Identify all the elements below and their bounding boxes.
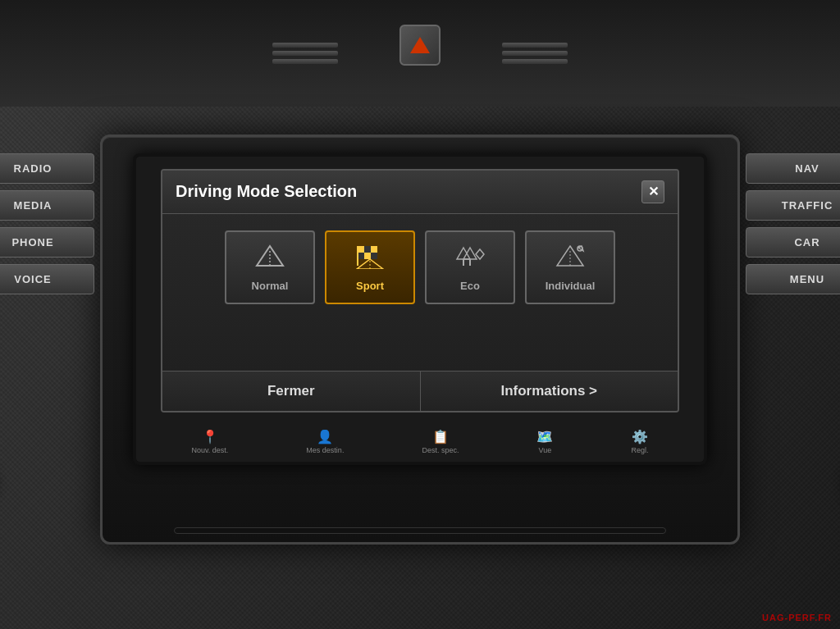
- vue-label: Vue: [539, 446, 552, 454]
- voice-button[interactable]: VOICE: [0, 264, 94, 294]
- nav-item-regl[interactable]: ⚙️ Regl.: [631, 429, 648, 454]
- sport-mode-icon: [354, 243, 386, 275]
- individual-mode-icon: [554, 243, 587, 275]
- svg-rect-5: [364, 246, 371, 253]
- nav-item-vue[interactable]: 🗺️ Vue: [536, 429, 553, 454]
- right-vent: [502, 43, 568, 64]
- left-vent: [272, 43, 338, 64]
- top-vent-area: [0, 0, 840, 107]
- normal-mode-label: Normal: [252, 280, 289, 292]
- nav-item-dest-spec[interactable]: 📋 Dest. spec.: [422, 429, 459, 454]
- mes-destin-label: Mes destin.: [306, 446, 344, 454]
- svg-rect-9: [371, 253, 377, 259]
- eco-mode-button[interactable]: Eco: [425, 230, 515, 304]
- individual-mode-label: Individual: [546, 280, 596, 292]
- bottom-nav-bar: 📍 Nouv. dest. 👤 Mes destin. 📋 Dest. spec…: [136, 426, 704, 458]
- screen-content: Driving Mode Selection ✕: [136, 157, 704, 462]
- vent-slat: [502, 59, 568, 64]
- svg-rect-6: [371, 246, 377, 253]
- nav-item-nouv-dest[interactable]: 📍 Nouv. dest.: [192, 429, 229, 454]
- car-button[interactable]: CAR: [746, 227, 840, 258]
- radio-button[interactable]: RADIO: [0, 153, 94, 184]
- dialog-header: Driving Mode Selection ✕: [162, 171, 678, 214]
- dialog-footer: Fermer Informations >: [162, 371, 678, 411]
- regl-icon: ⚙️: [632, 429, 648, 444]
- normal-mode-button[interactable]: Normal: [225, 230, 315, 304]
- nav-button[interactable]: NAV: [746, 153, 840, 184]
- dest-spec-icon: 📋: [432, 429, 449, 444]
- media-button[interactable]: MEDIA: [0, 190, 94, 221]
- svg-marker-17: [476, 249, 484, 259]
- svg-marker-14: [463, 248, 477, 259]
- eco-mode-label: Eco: [460, 280, 480, 292]
- vent-slat: [502, 43, 568, 48]
- screen-bezel: Driving Mode Selection ✕: [133, 153, 707, 465]
- hazard-button[interactable]: [399, 25, 441, 66]
- watermark: UAG-PERF.FR: [762, 613, 832, 622]
- nouv-dest-label: Nouv. dest.: [192, 446, 229, 454]
- card-slot: [174, 527, 666, 534]
- vue-icon: 🗺️: [536, 429, 553, 444]
- eco-mode-icon: [454, 243, 486, 275]
- left-button-panel: RADIO MEDIA PHONE VOICE: [0, 153, 94, 294]
- sport-mode-label: Sport: [356, 280, 384, 292]
- dialog-title: Driving Mode Selection: [176, 182, 357, 201]
- vent-slat: [272, 43, 338, 48]
- vent-slat: [502, 51, 568, 56]
- mode-buttons-container: Normal: [162, 214, 678, 321]
- nav-item-mes-destin[interactable]: 👤 Mes destin.: [306, 429, 344, 454]
- svg-marker-13: [457, 248, 470, 259]
- hazard-icon: [410, 37, 430, 53]
- fermer-button[interactable]: Fermer: [162, 371, 421, 411]
- individual-mode-button[interactable]: Individual: [525, 230, 615, 304]
- traffic-button[interactable]: TRAFFIC: [746, 190, 840, 221]
- svg-rect-7: [358, 253, 364, 259]
- svg-rect-8: [364, 253, 371, 259]
- close-dialog-button[interactable]: ✕: [641, 180, 664, 203]
- dest-spec-label: Dest. spec.: [422, 446, 459, 454]
- vent-slat: [272, 51, 338, 56]
- driving-mode-dialog: Driving Mode Selection ✕: [161, 169, 679, 412]
- sport-mode-button[interactable]: Sport: [325, 230, 415, 304]
- regl-label: Regl.: [631, 446, 648, 454]
- right-button-panel: NAV TRAFFIC CAR MENU: [746, 153, 840, 294]
- mes-destin-icon: 👤: [317, 429, 333, 444]
- nouv-dest-icon: 📍: [202, 429, 218, 444]
- car-dashboard: RADIO MEDIA PHONE VOICE NAV TRAFFIC CAR …: [0, 0, 840, 629]
- svg-rect-4: [358, 246, 364, 253]
- vent-slat: [272, 59, 338, 64]
- menu-button[interactable]: MENU: [746, 264, 840, 294]
- head-unit: RADIO MEDIA PHONE VOICE NAV TRAFFIC CAR …: [100, 134, 740, 545]
- normal-mode-icon: [253, 243, 286, 275]
- phone-button[interactable]: PHONE: [0, 227, 94, 258]
- informations-button[interactable]: Informations >: [421, 371, 678, 411]
